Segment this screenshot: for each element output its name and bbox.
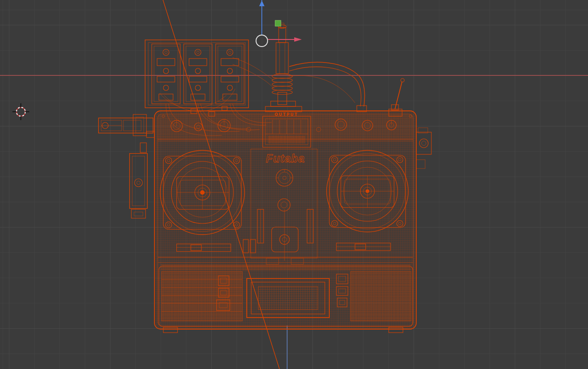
brand-label: Futaba <box>266 152 305 165</box>
cursor-red-ring <box>16 107 25 116</box>
gizmo-x-arrowhead[interactable] <box>294 37 302 42</box>
gizmo-y-handle[interactable] <box>275 20 281 26</box>
antenna-assembly[interactable] <box>265 23 302 112</box>
3d-viewport[interactable]: OUTPUT <box>0 0 588 369</box>
carry-handle[interactable] <box>288 62 367 112</box>
antenna-coil <box>272 74 292 94</box>
cursor-crosshair-ticks <box>12 103 29 120</box>
left-antenna-holder[interactable] <box>99 114 154 137</box>
right-side-switch[interactable] <box>416 128 431 169</box>
left-side-bracket[interactable] <box>130 143 147 218</box>
3d-cursor <box>12 103 29 120</box>
translate-gizmo[interactable] <box>256 0 302 47</box>
gizmo-center-circle[interactable] <box>256 35 268 47</box>
transmitter-body[interactable]: OUTPUT <box>154 111 431 333</box>
model-wireframe[interactable]: OUTPUT <box>99 0 431 369</box>
scene-svg: OUTPUT <box>0 0 588 369</box>
gizmo-z-arrowhead[interactable] <box>259 0 264 6</box>
